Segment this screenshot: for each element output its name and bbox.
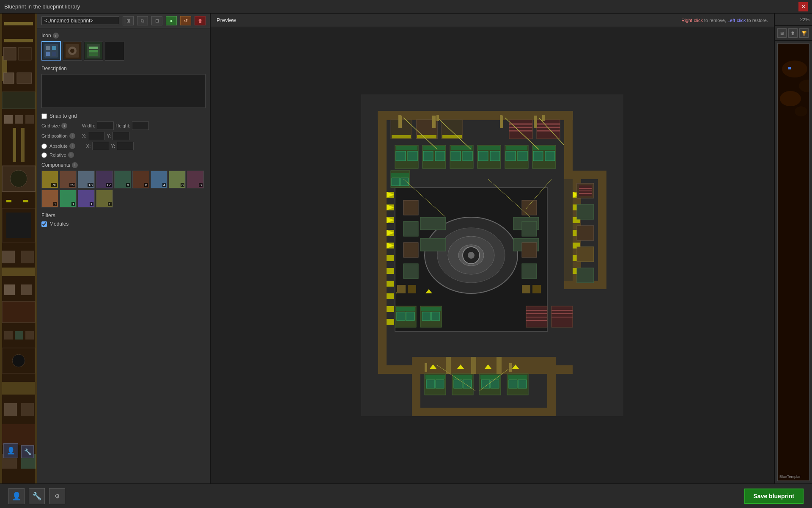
component-item-9[interactable]: 1	[41, 190, 58, 207]
description-label: Description	[41, 66, 206, 72]
absolute-x-input[interactable]	[92, 142, 109, 150]
svg-rect-13	[21, 128, 25, 162]
main-layout: 👤 🔧 ⊞ ⧉ ⊟ ● ↺ 🗑 Icon i	[0, 14, 812, 483]
tool-bottom-icon[interactable]: 🔧	[29, 488, 45, 504]
relative-info[interactable]: i	[68, 152, 74, 158]
relative-radio[interactable]	[41, 152, 47, 158]
component-item-2[interactable]: 13	[78, 171, 95, 188]
map-button[interactable]: ⊞	[777, 28, 787, 38]
icon-row	[41, 41, 206, 61]
svg-rect-128	[478, 146, 500, 150]
svg-rect-242	[453, 375, 472, 379]
absolute-info[interactable]: i	[69, 143, 75, 149]
svg-rect-263	[500, 115, 502, 121]
modules-checkbox[interactable]	[41, 221, 47, 227]
grid-pos-x-input[interactable]	[88, 132, 105, 140]
close-button[interactable]: ✕	[798, 2, 808, 11]
component-item-5[interactable]: 8	[132, 171, 149, 188]
preview-area: Preview Right-click to remove, Left-clic…	[211, 14, 774, 483]
svg-rect-212	[391, 173, 409, 177]
character-bottom-icon[interactable]: 👤	[8, 488, 25, 504]
grid-pos-y-input[interactable]	[112, 132, 129, 140]
title-bar: Blueprint in the blueprint library ✕	[0, 0, 812, 14]
grid-height-input[interactable]	[132, 121, 149, 130]
component-item-10[interactable]: 1	[60, 190, 77, 207]
extra-bottom-icon[interactable]: ⚙	[49, 488, 65, 504]
grid-size-row: Grid size i Width: Height:	[41, 121, 206, 130]
export-button[interactable]: ●	[166, 16, 177, 25]
grid-size-info[interactable]: i	[61, 123, 67, 129]
minimap-view	[778, 44, 809, 480]
svg-rect-174	[522, 200, 537, 215]
achievement-button[interactable]: 🏆	[799, 28, 809, 38]
svg-rect-142	[545, 151, 555, 161]
svg-rect-167	[420, 238, 446, 251]
component-count-10: 1	[71, 202, 75, 206]
grid-button[interactable]: ⊞	[123, 16, 134, 25]
svg-rect-11	[25, 115, 34, 124]
svg-rect-271	[497, 357, 502, 374]
component-count-9: 1	[53, 202, 57, 206]
svg-rect-175	[522, 221, 537, 236]
grid2-button[interactable]: ⊟	[151, 16, 162, 25]
svg-rect-108	[564, 171, 606, 179]
delete-button[interactable]: 🗑	[195, 16, 206, 25]
svg-rect-8	[2, 92, 35, 109]
component-item-4[interactable]: 8	[114, 171, 131, 188]
preview-canvas[interactable]	[211, 27, 774, 483]
svg-rect-156	[432, 116, 436, 128]
component-item-12[interactable]: 1	[96, 190, 113, 207]
modules-filter-row: Modules	[41, 221, 206, 227]
icon-slot-4[interactable]	[105, 41, 124, 61]
delete-map-button[interactable]: 🗑	[788, 28, 798, 38]
svg-rect-24	[21, 284, 32, 295]
blueprint-name-input[interactable]	[41, 17, 119, 25]
component-item-7[interactable]: 3	[169, 171, 186, 188]
snap-to-grid-section: Snap to grid Grid size i Width: Height:	[41, 113, 206, 158]
grid-width-input[interactable]	[97, 121, 114, 130]
svg-rect-188	[387, 255, 394, 261]
icon-slot-2[interactable]	[63, 41, 82, 61]
icon-slot-1[interactable]	[41, 41, 61, 61]
component-item-1[interactable]: 29	[60, 171, 77, 188]
svg-rect-265	[397, 285, 406, 293]
svg-rect-4	[3, 47, 16, 60]
svg-rect-125	[396, 146, 417, 150]
icon-slot-3[interactable]	[84, 41, 103, 61]
minimap[interactable]: BlueTemplar	[777, 43, 809, 481]
component-item-3[interactable]: 12	[96, 171, 113, 188]
grid-position-info[interactable]: i	[69, 133, 75, 139]
svg-rect-41	[46, 46, 50, 50]
svg-rect-223	[421, 307, 441, 311]
import-button[interactable]: ↺	[180, 16, 191, 25]
height-label: Height:	[115, 123, 130, 128]
svg-rect-143	[509, 120, 532, 139]
svg-rect-9	[4, 115, 13, 124]
components-info[interactable]: i	[72, 162, 78, 168]
svg-rect-225	[431, 312, 440, 320]
snap-to-grid-checkbox[interactable]	[41, 113, 47, 119]
svg-rect-238	[425, 375, 445, 379]
icon-info[interactable]: i	[53, 33, 59, 39]
svg-rect-21	[21, 251, 34, 263]
preview-label: Preview	[217, 17, 236, 23]
component-item-6[interactable]: 4	[151, 171, 167, 188]
copy-button[interactable]: ⧉	[137, 16, 148, 25]
component-item-8[interactable]: 3	[187, 171, 204, 188]
absolute-radio[interactable]	[41, 144, 47, 149]
left-sidebar: 👤 🔧	[0, 14, 37, 483]
svg-rect-26	[4, 331, 13, 340]
right-click-hint: Right-click	[681, 18, 703, 23]
svg-rect-158	[534, 116, 537, 128]
svg-rect-240	[436, 380, 444, 388]
component-item-0[interactable]: 70	[41, 171, 58, 188]
description-textarea[interactable]	[41, 74, 206, 108]
right-top: 22%	[775, 14, 812, 26]
save-blueprint-button[interactable]: Save blueprint	[744, 489, 804, 504]
svg-rect-244	[463, 380, 472, 388]
absolute-y-input[interactable]	[117, 142, 134, 150]
svg-rect-25	[2, 301, 35, 323]
component-item-11[interactable]: 1	[78, 190, 95, 207]
blueprint-content: Icon i	[37, 28, 210, 483]
svg-rect-32	[4, 403, 17, 416]
